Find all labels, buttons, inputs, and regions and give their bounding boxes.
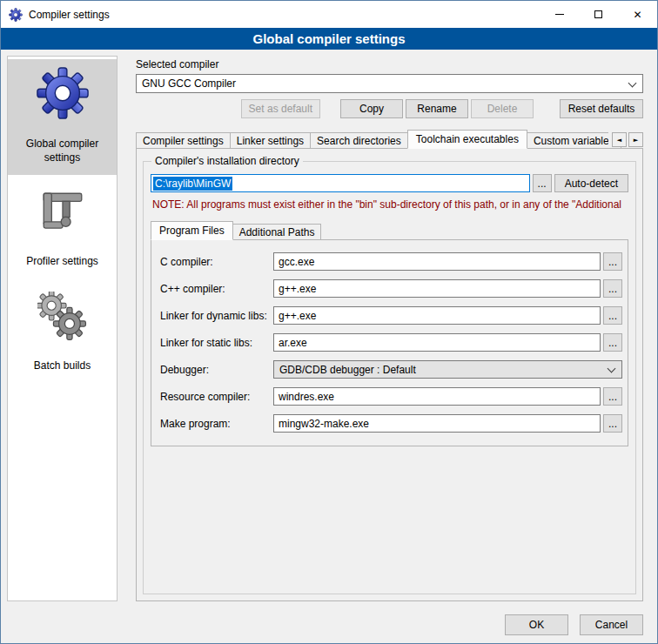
minimize-icon [555, 14, 564, 15]
sidebar-item-profiler-settings[interactable]: Profiler settings [8, 180, 117, 279]
settings-sidebar: Global compiler settings Profiler settin… [7, 56, 118, 601]
tab-scroll-arrows: ◄ ► [608, 132, 643, 147]
rename-button[interactable]: Rename [406, 99, 468, 118]
installation-directory-legend: Compiler's installation directory [151, 155, 303, 167]
sidebar-item-label: Global compiler settings [10, 138, 114, 164]
subtab-program-files[interactable]: Program Files [151, 221, 233, 240]
chevron-down-icon [608, 365, 616, 373]
compiler-settings-window: Compiler settings ✕ Global compiler sett… [0, 0, 658, 644]
sidebar-item-label: Batch builds [34, 359, 91, 373]
dialog-header: Global compiler settings [1, 28, 657, 50]
installation-directory-row: C:\raylib\MinGW ... Auto-detect [151, 174, 628, 192]
program-files-tabstrip: Program Files Additional Paths [151, 222, 628, 240]
app-gear-icon [9, 8, 23, 22]
selected-compiler-label: Selected compiler [136, 58, 643, 70]
delete-button[interactable]: Delete [471, 99, 534, 118]
subtab-additional-paths[interactable]: Additional Paths [232, 224, 322, 240]
installation-directory-browse-button[interactable]: ... [533, 174, 552, 192]
installation-directory-value: C:\raylib\MinGW [153, 177, 232, 191]
dynamic-linker-browse-button[interactable]: ... [603, 306, 622, 325]
make-program-label: Make program: [160, 418, 273, 430]
compiler-select[interactable]: GNU GCC Compiler [136, 74, 643, 93]
installation-directory-input[interactable]: C:\raylib\MinGW [151, 174, 530, 192]
maximize-icon [594, 10, 602, 18]
sidebar-item-label: Profiler settings [26, 255, 98, 269]
make-program-browse-button[interactable]: ... [603, 414, 622, 433]
tab-custom-variables[interactable]: Custom variables [527, 132, 621, 149]
titlebar: Compiler settings ✕ [1, 1, 657, 28]
window-title: Compiler settings [29, 9, 110, 21]
field-row-c-compiler: C compiler: gcc.exe ... [160, 252, 622, 271]
tab-toolchain-executables[interactable]: Toolchain executables [407, 130, 527, 149]
debugger-label: Debugger: [160, 364, 273, 376]
settings-tabstrip: Compiler settings Linker settings Search… [136, 130, 643, 149]
set-as-default-button[interactable]: Set as default [241, 99, 320, 118]
cpp-compiler-label: C++ compiler: [160, 283, 273, 295]
field-row-resource-compiler: Resource compiler: windres.exe ... [160, 387, 622, 406]
c-compiler-browse-button[interactable]: ... [603, 252, 622, 271]
debugger-select-value: GDB/CDB debugger : Default [279, 364, 416, 376]
resource-compiler-input[interactable]: windres.exe [273, 387, 601, 406]
compiler-buttons-row: Set as default Copy Rename Delete Reset … [136, 99, 643, 118]
dialog-footer: OK Cancel [1, 607, 657, 643]
program-files-panel: C compiler: gcc.exe ... C++ compiler: g+… [151, 239, 628, 446]
static-linker-input[interactable]: ar.exe [273, 333, 601, 352]
note-text: NOTE: All programs must exist either in … [152, 198, 628, 211]
field-row-cpp-compiler: C++ compiler: g++.exe ... [160, 279, 622, 298]
tab-search-directories[interactable]: Search directories [310, 132, 408, 149]
ok-button[interactable]: OK [505, 614, 568, 635]
c-compiler-input[interactable]: gcc.exe [273, 252, 601, 271]
cpp-compiler-browse-button[interactable]: ... [603, 279, 622, 298]
static-linker-browse-button[interactable]: ... [603, 333, 622, 352]
profiler-clamp-icon [37, 187, 88, 238]
auto-detect-button[interactable]: Auto-detect [554, 174, 628, 192]
copy-button[interactable]: Copy [340, 99, 403, 118]
cancel-button[interactable]: Cancel [580, 614, 643, 635]
reset-defaults-button[interactable]: Reset defaults [560, 99, 643, 118]
window-controls: ✕ [540, 1, 657, 28]
tab-scroll-right-icon[interactable]: ► [628, 132, 643, 147]
close-button[interactable]: ✕ [618, 1, 657, 28]
dynamic-linker-input[interactable]: g++.exe [273, 306, 601, 325]
dynamic-linker-label: Linker for dynamic libs: [160, 310, 273, 322]
field-row-make-program: Make program: mingw32-make.exe ... [160, 414, 622, 433]
main-area: Selected compiler GNU GCC Compiler Set a… [125, 56, 651, 601]
make-program-input[interactable]: mingw32-make.exe [273, 414, 601, 433]
tab-scroll-left-icon[interactable]: ◄ [612, 132, 627, 147]
installation-directory-groupbox: Compiler's installation directory C:\ray… [143, 161, 636, 594]
debugger-select[interactable]: GDB/CDB debugger : Default [273, 360, 622, 379]
tab-compiler-settings[interactable]: Compiler settings [136, 132, 231, 149]
field-row-dynamic-linker: Linker for dynamic libs: g++.exe ... [160, 306, 622, 325]
compiler-select-value: GNU GCC Compiler [142, 77, 236, 90]
static-linker-label: Linker for static libs: [160, 337, 273, 349]
resource-compiler-label: Resource compiler: [160, 391, 273, 403]
sidebar-item-batch-builds[interactable]: Batch builds [8, 285, 117, 384]
minimize-button[interactable] [540, 1, 579, 28]
maximize-button[interactable] [579, 1, 618, 28]
field-row-debugger: Debugger: GDB/CDB debugger : Default [160, 360, 622, 379]
dialog-body: Global compiler settings Profiler settin… [1, 50, 657, 607]
chevron-down-icon [628, 79, 637, 88]
resource-compiler-browse-button[interactable]: ... [603, 387, 622, 406]
tab-linker-settings[interactable]: Linker settings [230, 132, 311, 149]
c-compiler-label: C compiler: [160, 256, 273, 268]
sidebar-item-global-compiler-settings[interactable]: Global compiler settings [8, 59, 117, 175]
field-row-static-linker: Linker for static libs: ar.exe ... [160, 333, 622, 352]
toolchain-executables-panel: Compiler's installation directory C:\ray… [136, 148, 643, 601]
close-icon: ✕ [633, 10, 641, 20]
batch-builds-gears-icon [37, 292, 88, 342]
cpp-compiler-input[interactable]: g++.exe [273, 279, 601, 298]
global-compiler-gear-icon [36, 66, 90, 120]
